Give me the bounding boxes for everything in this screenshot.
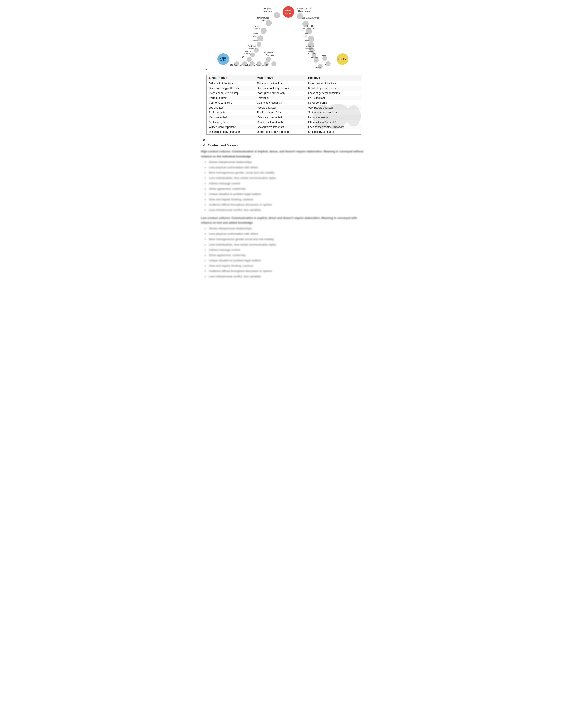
blurred-heading-2: Low context cultures: Communication is e…	[201, 216, 367, 225]
blurred-sub-item: ▸Less individualistic, less verbal commu…	[205, 176, 367, 180]
bullet-list-section: o o Context and Meaning High context cul…	[201, 138, 367, 279]
table-cell-4-1: Confronts emotionally	[255, 100, 306, 105]
blurred-sub-item: ▸More homogeneous gender social and role…	[205, 237, 367, 242]
label-argentina: Argentina, BrazilChile, Mexico	[297, 8, 311, 12]
table-cell-9-1: Spoken word important	[255, 125, 306, 129]
bubble-belgium	[256, 42, 261, 47]
blurred-section-2: Low context cultures: Communication is e…	[201, 216, 367, 279]
blurred-sub-item: ▸Audience diffuse throughout discussion …	[205, 269, 367, 274]
blurred-sub-item: ▸Strive agreement, conformity	[205, 186, 367, 191]
label-usa: USA	[240, 56, 244, 58]
blurred-sub-item: ▸Slower interpersonal relationships	[205, 160, 367, 165]
blurred-sub-item: ▸Indirect message control	[205, 181, 367, 186]
table-cell-8-0: Sticks to agenda	[207, 120, 255, 125]
blurred-content: High context cultures: Communication is …	[201, 149, 367, 279]
table-cell-7-0: Result-oriented	[207, 115, 255, 120]
label-india: India	[305, 40, 310, 42]
label-czech: Czech, NL,Norway	[243, 50, 253, 55]
label-hispanic: HispanicAmerica	[264, 8, 272, 12]
label-france: France,Poland	[252, 33, 258, 38]
table-cell-6-1: Feelings before facts	[255, 110, 306, 115]
bullet-item-context: o Context and Meaning	[203, 143, 367, 147]
table-cell-0-0: Talks half of the time	[207, 81, 255, 86]
blurred-sub-item: ▸Unique situation to problem legal matte…	[205, 258, 367, 263]
bullet-o-2: o	[203, 143, 206, 147]
blurred-sub-item: ▸Less interpersonal conflict, less varia…	[205, 274, 367, 279]
table-cell-5-1: People-oriented	[255, 105, 306, 110]
comparison-table: Linear-Active Multi-Active Reactive Talk…	[206, 75, 361, 135]
label-russia: Russia,Slovakia	[253, 25, 261, 30]
label-korea: Korea,Thailand	[307, 50, 315, 55]
blurred-sub-item: ▸Slow and regular thinking, cautious	[205, 263, 367, 268]
bullet-item-blank: o	[203, 138, 367, 142]
label-belgium: Belgium	[251, 40, 258, 42]
label-china: China	[321, 55, 326, 57]
label-japan: Japan	[325, 64, 330, 66]
table-cell-4-2: Never confronts	[306, 100, 361, 105]
table-cell-3-1: Emotional	[255, 96, 306, 100]
label-subsaharan: Sub-Saharan Africa	[302, 17, 319, 19]
table-cell-8-2: Often asks for "repeats"	[306, 120, 361, 125]
table-cell-9-0: Written word important	[207, 125, 255, 129]
blurred-sub-item: ▸Slow and regular thinking, cautious	[205, 197, 367, 202]
col-header-multi: Multi-Active	[255, 75, 306, 81]
table-cell-2-2: Looks at general principles	[306, 91, 361, 96]
blurred-items-2: ▸Shows interpersonal relationships▸Less …	[201, 226, 367, 279]
table-cell-5-0: Job-oriented	[207, 105, 255, 110]
table-cell-9-2: Face-to-face contact important	[306, 125, 361, 129]
table-cell-10-2: Subtle body language	[306, 129, 361, 134]
table-cell-1-1: Does several things at once	[255, 86, 306, 91]
blurred-sub-item: ▸Unique situation to problem legal matte…	[205, 192, 367, 197]
diagram-container: Multi-active Linear-active Reactive Hisp…	[206, 4, 361, 66]
label-australia: Australia,Denmark	[248, 45, 256, 50]
col-header-linear: Linear-Active	[207, 75, 255, 81]
context-heading: Context and Meaning	[208, 143, 239, 147]
bullet-o-1: o	[203, 138, 206, 142]
label-iran: Iran,Turkey	[304, 33, 310, 38]
table-cell-3-0: Polite but direct	[207, 96, 255, 100]
label-italy: Italy, PortugalSpain	[257, 17, 269, 22]
label-saudi: Saudi ArabiaArab countries	[302, 25, 315, 30]
table-cell-10-0: Restrained body language	[207, 129, 255, 134]
outer-list: o o Context and Meaning	[203, 138, 367, 147]
blurred-heading-1: High context cultures: Communication is …	[201, 149, 367, 159]
table-cell-2-0: Plans ahead step by step	[207, 91, 255, 96]
bubble-vietnam	[314, 58, 319, 63]
label-switzerland: Switzerland,Germany	[264, 52, 275, 56]
table-cell-6-0: Sticks to facts	[207, 110, 255, 115]
col-header-reactive: Reactive	[306, 75, 361, 81]
bubble-hispanic	[274, 12, 280, 18]
blurred-sub-item: ▸Less physical confrontation with others	[205, 231, 367, 236]
bubble-hk	[271, 61, 276, 66]
table-cell-8-1: Roams back and forth	[255, 120, 306, 125]
table-cell-0-2: Listens most of the time	[306, 81, 361, 86]
blurred-sub-item: ▸Less individualistic, less verbal commu…	[205, 242, 367, 247]
blurred-sub-item: ▸More homogeneous gender, social and rol…	[205, 170, 367, 175]
table-cell-0-1: Talks most of the time	[255, 81, 306, 86]
reactive-bubble: Reactive	[337, 53, 348, 65]
blurred-sub-item: ▸Shows interpersonal relationships	[205, 226, 367, 231]
table-cell-2-1: Plans grand outline only	[255, 91, 306, 96]
bubble-usa	[247, 57, 252, 62]
blurred-sub-item: ▸Audience diffuse throughout discussion …	[205, 202, 367, 207]
multi-active-bubble: Multi-active	[283, 6, 294, 18]
table-cell-1-2: Reacts to partner's action	[306, 86, 361, 91]
diagram-section: Multi-active Linear-active Reactive Hisp…	[201, 4, 367, 71]
blurred-sub-item: ▸Less interpersonal conflict, less varia…	[205, 208, 367, 212]
blurred-sub-item: ▸Strive agreement, conformity	[205, 253, 367, 258]
table-cell-10-1: Unrestrained body language	[255, 129, 306, 134]
small-bullet: ■	[205, 68, 207, 70]
table-cell-3-2: Polite, indirect	[306, 96, 361, 100]
table-cell-4-0: Confronts with logic	[207, 100, 255, 105]
blurred-sub-item: ▸Indirect message control	[205, 248, 367, 252]
bubble-switzerland	[266, 57, 271, 62]
label-taiwan: Taiwan	[315, 66, 321, 69]
table-cell-1-0: Does one thing at the time	[207, 86, 255, 91]
blurred-section-1: High context cultures: Communication is …	[201, 149, 367, 212]
table-cell-7-1: Relationship-oriented	[255, 115, 306, 120]
label-uksweden: UK Sweden Finland Canada SingaporeHK	[230, 64, 268, 66]
label-indonesia: IndonesiaPhilippines	[305, 45, 315, 50]
label-vietnam: Vietnam	[311, 56, 318, 58]
bubble-russia	[260, 28, 267, 34]
blurred-sub-item: ▸Less physical confrontation with others	[205, 165, 367, 170]
